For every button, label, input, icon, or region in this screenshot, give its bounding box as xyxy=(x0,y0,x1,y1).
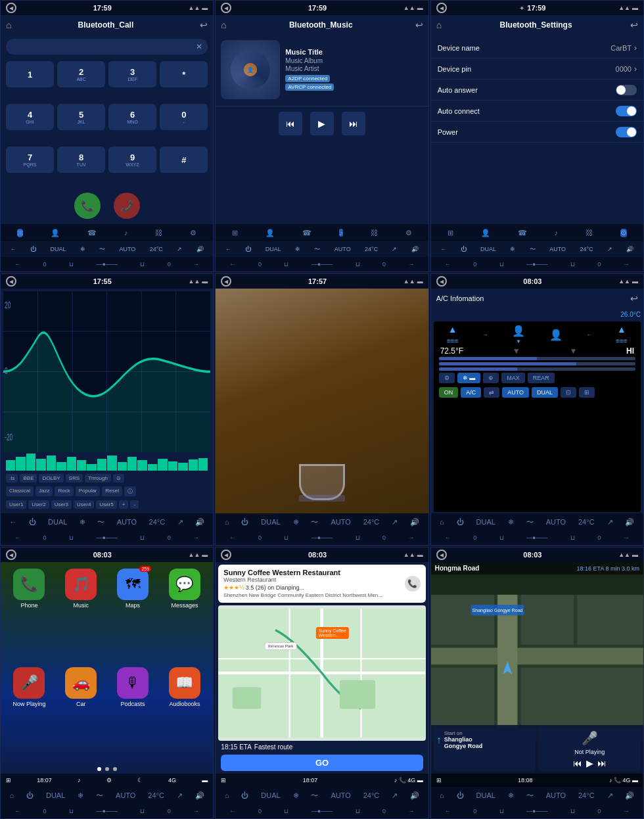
setting-device-name[interactable]: Device name CarBT › xyxy=(431,37,643,59)
nav-user-icon-p2[interactable]: 👤 xyxy=(265,229,275,237)
prev-button[interactable]: ⏮ xyxy=(279,112,302,135)
climate-arrow[interactable]: ↗ xyxy=(177,246,182,252)
ac-on-btn[interactable]: ON xyxy=(439,387,459,398)
preset-remove[interactable]: - xyxy=(130,500,139,509)
map-view[interactable]: Sunny CoffeeWestern... Xin'ercun Park xyxy=(218,605,425,741)
effect-ts[interactable]: .ts xyxy=(6,474,18,482)
app-podcasts[interactable]: 🎙 Podcasts xyxy=(110,667,156,761)
setting-device-pin[interactable]: Device pin 0000 › xyxy=(431,59,643,80)
preset-classical[interactable]: Classical xyxy=(6,486,34,496)
search-bar[interactable]: ✕ xyxy=(6,39,208,55)
nav-settings-icon-p3[interactable]: ⚙ xyxy=(620,229,627,237)
dial-btn-6[interactable]: 6MNO xyxy=(108,104,156,130)
nav-phone-icon-p2[interactable]: ☎ xyxy=(302,229,311,237)
back-icon-p2[interactable]: ↩ xyxy=(415,20,423,30)
auto-answer-toggle[interactable] xyxy=(616,85,637,95)
cp-settings-icon[interactable]: ⚙ xyxy=(106,777,112,784)
ac-rear-btn[interactable]: REAR xyxy=(528,373,555,383)
preset-popular[interactable]: Popular xyxy=(76,486,101,496)
preset-add[interactable]: + xyxy=(119,500,129,509)
effect-through[interactable]: Through xyxy=(85,474,111,482)
ctrl-right[interactable]: → xyxy=(193,261,199,268)
ac-auto-btn[interactable]: AUTO xyxy=(502,387,529,398)
preset-user1[interactable]: User1 xyxy=(6,500,26,509)
climate-back[interactable]: ← xyxy=(11,246,16,252)
preset-reset[interactable]: Reset xyxy=(102,486,122,496)
nav-home-p5[interactable]: ⌂ xyxy=(225,518,229,526)
dial-btn-star[interactable]: * xyxy=(160,61,208,87)
call-poi-btn[interactable]: 📞 xyxy=(405,576,421,592)
cb-snow[interactable]: ❄ xyxy=(295,246,300,252)
home-icon-p1[interactable]: ⌂ xyxy=(6,20,11,30)
home-icon-p2[interactable]: ⌂ xyxy=(221,20,226,30)
ac-max-btn[interactable]: MAX xyxy=(501,373,525,383)
back-button-p6[interactable]: ◀ xyxy=(436,276,447,287)
app-audiobooks[interactable]: 📖 Audiobooks xyxy=(161,667,208,761)
ac-fan-btn[interactable]: ⊕ xyxy=(483,373,499,383)
nav-link-icon-p3[interactable]: ⛓ xyxy=(586,229,593,237)
prev-mini-btn[interactable]: ⏮ xyxy=(573,758,582,768)
back-button-p8[interactable]: ◀ xyxy=(221,550,231,560)
app-music[interactable]: 🎵 Music xyxy=(58,569,104,662)
nav-home-p4[interactable]: ← xyxy=(9,518,16,526)
power-toggle[interactable] xyxy=(616,127,637,137)
nav-grid-icon[interactable]: ⊞ xyxy=(17,229,23,237)
next-mini-btn[interactable]: ⏭ xyxy=(597,758,607,768)
next-button[interactable]: ⏭ xyxy=(342,112,365,135)
ctrl-left[interactable]: ← xyxy=(14,261,20,268)
preset-rock[interactable]: Rock xyxy=(55,486,73,496)
dial-btn-4[interactable]: 4GHI xyxy=(6,104,54,130)
nav-phone-icon-p3[interactable]: ☎ xyxy=(518,229,527,237)
nav-music-icon[interactable]: ♪ xyxy=(124,229,128,237)
back-button-p9[interactable]: ◀ xyxy=(436,550,447,560)
ctrl-slider[interactable]: —●—— xyxy=(96,261,117,268)
nav-phone-icon[interactable]: ☎ xyxy=(87,229,97,237)
ac-dual-btn[interactable]: DUAL xyxy=(532,387,558,398)
nav-user-icon-p3[interactable]: 👤 xyxy=(481,229,490,237)
clear-icon[interactable]: ✕ xyxy=(196,42,202,51)
preset-info[interactable]: ⓘ xyxy=(124,486,136,496)
climate-vol[interactable]: 🔊 xyxy=(196,246,204,252)
nav-settings-icon-p2[interactable]: ⚙ xyxy=(405,229,412,237)
app-car[interactable]: 🚗 Car xyxy=(58,667,104,761)
dot-1[interactable] xyxy=(97,767,101,771)
effect-dolby[interactable]: DOLBY xyxy=(39,474,63,482)
dial-btn-hash[interactable]: # xyxy=(160,147,208,173)
dial-btn-0[interactable]: 0- xyxy=(160,104,208,130)
nav-music-icon-p2[interactable]: ♪ xyxy=(339,229,343,237)
ac-defrost2-btn[interactable]: ⊞ xyxy=(579,387,595,398)
climate-snow[interactable]: ❄ xyxy=(80,246,85,252)
cp-music-icon[interactable]: ♪ xyxy=(78,777,81,784)
dial-btn-1[interactable]: 1 xyxy=(6,61,54,87)
cb-power[interactable]: ⏻ xyxy=(245,246,251,252)
effect-extra[interactable]: ⊙ xyxy=(113,474,124,482)
call-button[interactable]: 📞 xyxy=(74,193,101,219)
preset-jazz[interactable]: Jazz xyxy=(35,486,53,496)
dot-3[interactable] xyxy=(113,767,117,771)
preset-user5[interactable]: User5 xyxy=(96,500,116,509)
play-button[interactable]: ▶ xyxy=(310,112,334,135)
effect-bbe[interactable]: BBE xyxy=(20,474,37,482)
back-button-p5[interactable]: ◀ xyxy=(221,276,231,287)
dial-btn-2[interactable]: 2ABC xyxy=(57,61,105,87)
app-phone[interactable]: 📞 Phone xyxy=(6,569,53,662)
dot-2[interactable] xyxy=(105,767,109,771)
back-button-p4[interactable]: ◀ xyxy=(6,276,16,287)
nav-user-icon[interactable]: 👤 xyxy=(51,229,60,237)
effect-srs[interactable]: SRS xyxy=(66,474,83,482)
ac-recirc-btn[interactable]: ⇄ xyxy=(484,387,499,398)
nav-link-icon-p2[interactable]: ⛓ xyxy=(371,229,378,237)
back-button-p2[interactable]: ◀ xyxy=(221,3,231,13)
nav-settings-icon[interactable]: ⚙ xyxy=(190,229,196,237)
app-messages[interactable]: 💬 Messages xyxy=(161,569,208,662)
back-icon-p1[interactable]: ↩ xyxy=(200,20,208,30)
back-icon-p6[interactable]: ↩ xyxy=(630,293,638,304)
climate-power[interactable]: ⏻ xyxy=(30,246,36,252)
ac-ac-btn[interactable]: A/C xyxy=(461,387,481,398)
back-icon-p3[interactable]: ↩ xyxy=(630,20,638,30)
cb-arrow[interactable]: ↗ xyxy=(392,246,397,252)
app-maps[interactable]: 🗺 259 Maps xyxy=(110,569,156,662)
nav-grid-icon-p2[interactable]: ⊞ xyxy=(232,229,238,237)
cb-back[interactable]: ← xyxy=(225,246,231,252)
dial-btn-5[interactable]: 5JKL xyxy=(57,104,105,130)
